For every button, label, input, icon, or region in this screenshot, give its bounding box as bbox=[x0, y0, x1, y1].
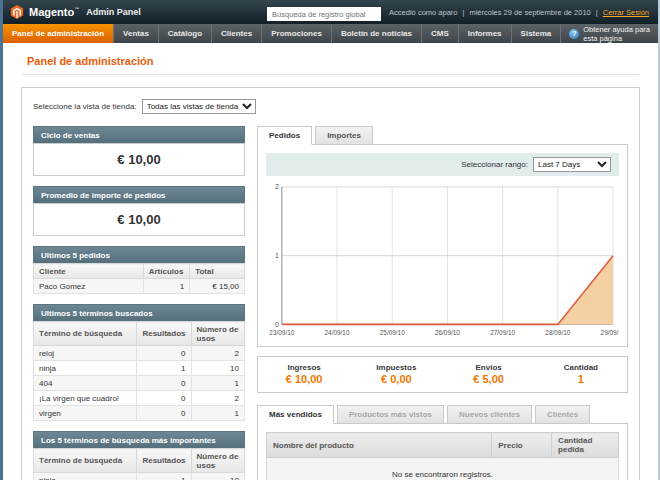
tab-bestsellers[interactable]: Más vendidos bbox=[257, 405, 334, 424]
search-term-row[interactable]: ninja 1 10 bbox=[34, 361, 245, 376]
nav-item-catalog[interactable]: Catálogo bbox=[159, 24, 212, 43]
help-link[interactable]: ? Obtener ayuda para esta página bbox=[561, 24, 658, 43]
last-orders-box: Ultimos 5 pedidos Cliente Artículos Tota… bbox=[33, 246, 245, 294]
lifetime-sales-box: Ciclo de ventas € 10,00 bbox=[33, 126, 245, 176]
product-name: Admin Panel bbox=[86, 7, 141, 17]
search-term-row[interactable]: ¡La virgen que cuadro! 0 2 bbox=[34, 391, 245, 406]
tab-orders[interactable]: Pedidos bbox=[257, 126, 312, 145]
col-uses: Número de usos bbox=[191, 322, 244, 346]
col-qty-ordered: Cantidad pedida bbox=[552, 433, 619, 458]
box-title: Promedio de importe de pedidos bbox=[33, 186, 245, 203]
global-search bbox=[267, 3, 381, 22]
separator: | bbox=[462, 8, 464, 17]
search-term-row[interactable]: 404 0 1 bbox=[34, 376, 245, 391]
stat-value: 1 bbox=[535, 373, 627, 385]
top-search-terms-box: Los 5 términos de búsqueda más important… bbox=[33, 431, 245, 480]
table-header-row: Nombre del producto Precio Cantidad pedi… bbox=[267, 433, 619, 458]
stat-value: € 10,00 bbox=[258, 373, 350, 385]
results-cell: 0 bbox=[137, 376, 191, 391]
nav-item-newsletter[interactable]: Boletín de noticias bbox=[332, 24, 422, 43]
last-search-terms-box: Ultimos 5 términos buscados Término de b… bbox=[33, 304, 245, 421]
stat-quantity: Cantidad 1 bbox=[535, 363, 627, 385]
brand-name: Magento™ bbox=[29, 6, 79, 18]
stat-revenue: Ingresos € 10,00 bbox=[258, 363, 350, 385]
orders-chart-wrap: 01223/09/1024/09/1025/09/1026/09/1027/09… bbox=[266, 182, 619, 338]
svg-text:2: 2 bbox=[275, 183, 279, 190]
stat-label: Ingresos bbox=[258, 363, 350, 372]
table-header-row: Cliente Artículos Total bbox=[34, 264, 245, 279]
nav-item-system[interactable]: Sistema bbox=[512, 24, 562, 43]
results-cell: 0 bbox=[137, 406, 191, 421]
right-column: Pedidos Importes Seleccionar rango: Last… bbox=[257, 126, 628, 480]
term-cell: ninja bbox=[34, 361, 137, 376]
average-orders-box: Promedio de importe de pedidos € 10,00 bbox=[33, 186, 245, 236]
svg-text:28/09/10: 28/09/10 bbox=[545, 329, 570, 336]
help-icon: ? bbox=[569, 29, 579, 39]
totals-box: Ingresos € 10,00 Impuestos € 0,00 Envios… bbox=[257, 356, 628, 393]
nav-item-cms[interactable]: CMS bbox=[422, 24, 459, 43]
search-term-row[interactable]: ninja 1 10 bbox=[34, 473, 245, 480]
uses-cell: 10 bbox=[191, 361, 244, 376]
svg-text:23/09/10: 23/09/10 bbox=[269, 329, 294, 336]
svg-text:24/09/10: 24/09/10 bbox=[325, 329, 350, 336]
search-term-row[interactable]: virgen 0 1 bbox=[34, 406, 245, 421]
global-search-input[interactable] bbox=[267, 7, 381, 21]
svg-text:1: 1 bbox=[275, 252, 279, 259]
nav-item-reports[interactable]: Informes bbox=[459, 24, 512, 43]
store-view-select[interactable]: Todas las vistas de tienda bbox=[142, 99, 256, 114]
svg-text:0: 0 bbox=[275, 321, 279, 328]
empty-row: No se encontraron registros. bbox=[267, 458, 619, 480]
uses-cell: 2 bbox=[191, 391, 244, 406]
term-cell: ¡La virgen que cuadro! bbox=[34, 391, 137, 406]
nav-item-dashboard[interactable]: Panel de administración bbox=[3, 24, 114, 43]
col-results: Resultados bbox=[137, 449, 191, 473]
nav-item-sales[interactable]: Ventas bbox=[114, 24, 159, 43]
svg-text:29/09/10: 29/09/10 bbox=[601, 329, 619, 336]
box-title: Los 5 términos de búsqueda más important… bbox=[33, 431, 245, 448]
app-header: Magento™ Admin Panel Accedió como aparo … bbox=[3, 0, 658, 24]
store-view-row: Seleccione la vista de tienda: Todas las… bbox=[33, 99, 628, 114]
col-results: Resultados bbox=[137, 322, 191, 346]
uses-cell: 1 bbox=[191, 406, 244, 421]
svg-text:26/09/10: 26/09/10 bbox=[435, 329, 460, 336]
results-cell: 1 bbox=[137, 361, 191, 376]
help-label: Obtener ayuda para esta página bbox=[583, 25, 650, 43]
search-term-row[interactable]: reloj 0 2 bbox=[34, 346, 245, 361]
table-header-row: Término de búsqueda Resultados Número de… bbox=[34, 449, 245, 473]
uses-cell: 2 bbox=[191, 346, 244, 361]
stat-value: € 5,00 bbox=[443, 373, 535, 385]
col-uses: Número de usos bbox=[191, 449, 244, 473]
store-view-label: Seleccione la vista de tienda: bbox=[33, 102, 137, 111]
separator: | bbox=[596, 8, 598, 17]
orders-chart: 01223/09/1024/09/1025/09/1026/09/1027/09… bbox=[266, 182, 619, 338]
box-title: Ultimos 5 términos buscados bbox=[33, 304, 245, 321]
nav-item-customers[interactable]: Clientes bbox=[212, 24, 262, 43]
tab-amounts[interactable]: Importes bbox=[315, 126, 373, 145]
results-cell: 0 bbox=[137, 391, 191, 406]
nav-item-promotions[interactable]: Promociones bbox=[262, 24, 332, 43]
term-cell: 404 bbox=[34, 376, 137, 391]
stat-label: Impuestos bbox=[350, 363, 442, 372]
tab-most-viewed[interactable]: Productos más vistos bbox=[337, 405, 444, 424]
box-title: Ciclo de ventas bbox=[33, 126, 245, 143]
stat-tax: Impuestos € 0,00 bbox=[350, 363, 442, 385]
col-total: Total bbox=[190, 264, 245, 279]
tab-customers[interactable]: Clientes bbox=[535, 405, 590, 424]
chart-tabs: Pedidos Importes bbox=[257, 126, 628, 145]
box-title: Ultimos 5 pedidos bbox=[33, 246, 245, 263]
svg-text:25/09/10: 25/09/10 bbox=[380, 329, 405, 336]
magento-logo-icon bbox=[10, 5, 24, 19]
col-customer: Cliente bbox=[34, 264, 144, 279]
range-select[interactable]: Last 7 Days bbox=[533, 157, 611, 172]
order-row[interactable]: Paco Gomez 1 € 15,00 bbox=[34, 279, 245, 294]
total-cell: € 15,00 bbox=[190, 279, 245, 294]
term-cell: reloj bbox=[34, 346, 137, 361]
tab-new-customers[interactable]: Nuevos clientes bbox=[447, 405, 532, 424]
browser-window: Magento™ Admin Panel Accedió como aparo … bbox=[0, 0, 660, 480]
col-term: Término de búsqueda bbox=[34, 449, 137, 473]
stat-label: Cantidad bbox=[535, 363, 627, 372]
main-nav: Panel de administración Ventas Catálogo … bbox=[3, 24, 658, 43]
range-label: Seleccionar rango: bbox=[461, 160, 528, 169]
col-items: Artículos bbox=[143, 264, 189, 279]
logout-link[interactable]: Cerrar Sesión bbox=[603, 8, 649, 17]
